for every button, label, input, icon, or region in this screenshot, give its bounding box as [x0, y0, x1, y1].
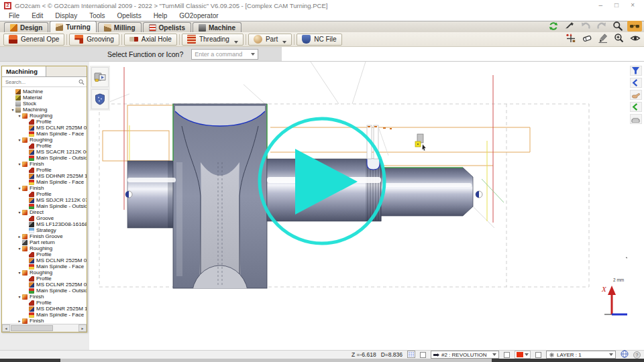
glasses-icon[interactable]: [627, 21, 642, 32]
tree-item-material[interactable]: Material: [2, 95, 87, 101]
tree-item-ms-dclnr-2525m-09-t00[interactable]: MS DCLNR 2525M 09.T00: [2, 282, 87, 288]
tree-item-ms-scacr-1212k-06-s-t0[interactable]: MS SCACR 1212K 06-S.T0: [2, 149, 87, 155]
tree-horizontal-scrollbar[interactable]: ◄ ►: [2, 324, 87, 332]
minimize-button[interactable]: –: [599, 2, 603, 9]
menu-edit[interactable]: Edit: [25, 12, 49, 19]
menu-file[interactable]: File: [3, 12, 25, 19]
command-combobox[interactable]: Enter a command: [191, 49, 258, 60]
tree-item-machine[interactable]: Machine: [2, 88, 87, 95]
redo-icon[interactable]: [595, 21, 608, 32]
tree-item-finish[interactable]: ▸Finish: [2, 318, 87, 324]
eraser-icon[interactable]: [580, 33, 594, 44]
tab-opelists[interactable]: Opelists: [143, 22, 191, 32]
expander-icon[interactable]: ▾: [17, 247, 22, 251]
hand-icon[interactable]: [630, 90, 642, 100]
expander-icon[interactable]: ▾: [17, 271, 22, 275]
collapse-blue-icon[interactable]: [630, 78, 642, 88]
tab-machining[interactable]: Machining: [2, 66, 46, 76]
tree-item-main-spindle-face[interactable]: Main Spindle - Face: [2, 312, 87, 318]
expander-icon[interactable]: ▾: [17, 186, 22, 190]
tree-item-ms-sdjcr-1212k-07-s-t0[interactable]: MS SDJCR 1212K 07-S.T0: [2, 197, 87, 203]
nc-file-button[interactable]: NC File: [297, 34, 341, 46]
revolution-checkbox[interactable]: [420, 352, 426, 358]
tab-machine[interactable]: Machine: [193, 22, 241, 32]
general-ope-button[interactable]: General Ope: [3, 34, 64, 46]
zoom-icon[interactable]: [611, 21, 625, 32]
tree-item-main-spindle-face[interactable]: Main Spindle - Face: [2, 131, 87, 137]
tree-item-finish[interactable]: ▾Finish: [2, 161, 87, 167]
scroll-left-icon[interactable]: ◄: [2, 324, 10, 332]
tree-item-roughing[interactable]: ▾Roughing: [2, 269, 87, 276]
tree-item-profile[interactable]: Profile: [2, 251, 87, 257]
expander-icon[interactable]: ▾: [17, 295, 22, 299]
tree-item-profile[interactable]: Profile: [2, 276, 87, 282]
chevron-down-icon[interactable]: [234, 41, 238, 44]
expander-icon[interactable]: ▸: [17, 319, 22, 323]
tree-search-input[interactable]: [4, 78, 78, 86]
tree-item-ms-ddhnr-2525m-15-t00[interactable]: MS DDHNR 2525M 15.T00: [2, 306, 87, 312]
expander-icon[interactable]: ▸: [17, 235, 22, 239]
menu-help[interactable]: Help: [148, 12, 174, 19]
clean-icon[interactable]: [596, 33, 610, 44]
tree-item-machining[interactable]: ▾Machining: [2, 107, 87, 113]
tab-design[interactable]: Design: [4, 22, 48, 32]
tree-item-direct[interactable]: ▾Direct: [2, 209, 87, 215]
menu-tools[interactable]: Tools: [83, 12, 111, 19]
tree-item-part-return[interactable]: Part return: [2, 239, 87, 245]
menu-go2operator[interactable]: GO2operator: [173, 12, 224, 19]
grooving-button[interactable]: Grooving: [69, 34, 119, 46]
measure-tools-icon[interactable]: [564, 33, 578, 44]
menu-display[interactable]: Display: [49, 12, 83, 19]
tree-item-main-spindle-outside[interactable]: Main Spindle - Outside: [2, 288, 87, 294]
globe-icon[interactable]: [621, 350, 629, 359]
expander-icon[interactable]: ▾: [17, 114, 22, 118]
tree-item-roughing[interactable]: ▾Roughing: [2, 245, 87, 251]
maximize-button[interactable]: □: [614, 2, 619, 9]
tray-icon[interactable]: [630, 114, 642, 124]
tree-item-roughing[interactable]: ▾Roughing: [2, 113, 87, 119]
part-button[interactable]: Part: [248, 34, 292, 46]
eye-icon[interactable]: [629, 33, 642, 44]
color-picker[interactable]: [515, 351, 531, 359]
grid-icon[interactable]: [407, 351, 415, 359]
sync-icon[interactable]: [547, 21, 560, 32]
tree-item-main-spindle-face[interactable]: Main Spindle - Face: [2, 263, 87, 269]
nc-shield-icon[interactable]: [91, 89, 109, 109]
expander-icon[interactable]: ▾: [17, 210, 22, 215]
zoom-window-icon[interactable]: [612, 33, 626, 44]
menu-opelists[interactable]: Opelists: [111, 12, 148, 19]
tree-item-main-spindle-outside[interactable]: Main Spindle - Outside: [2, 203, 87, 209]
simulation-icon[interactable]: [91, 67, 109, 87]
scroll-right-icon[interactable]: ►: [78, 324, 87, 332]
expander-icon[interactable]: ▾: [10, 108, 15, 112]
color-checkbox[interactable]: [504, 352, 510, 358]
close-button[interactable]: ×: [631, 2, 635, 9]
tree-item-roughing[interactable]: ▾Roughing: [2, 137, 87, 143]
collapse-green-icon[interactable]: [630, 102, 642, 112]
threading-button[interactable]: Threading: [182, 34, 244, 46]
tree-item-groove[interactable]: Groove: [2, 215, 87, 221]
revolution-combobox[interactable]: #2 : REVOLUTION: [431, 351, 499, 359]
scrollbar-thumb[interactable]: [11, 325, 53, 331]
tree-item-profile[interactable]: Profile: [2, 191, 87, 197]
tree-item-ms-ddhnr-2525m-15-t00[interactable]: MS DDHNR 2525M 15.T00: [2, 173, 87, 179]
tree-item-main-spindle-face[interactable]: Main Spindle - Face: [2, 179, 87, 185]
tree-item-finish[interactable]: ▾Finish: [2, 185, 87, 191]
tree-item-profile[interactable]: Profile: [2, 143, 87, 149]
tree-item-stock[interactable]: Stock: [2, 101, 87, 107]
tree-item-ms-dclnr-2525m-09-t00[interactable]: MS DCLNR 2525M 09.T00: [2, 257, 87, 263]
chevron-down-icon[interactable]: [282, 41, 286, 44]
tree-item-ms-lf123d08-16168-t01[interactable]: MS LF123D08-16168.T01: [2, 221, 87, 227]
filter-icon[interactable]: [630, 66, 642, 76]
viewport[interactable]: 2 mm X Z: [89, 62, 627, 350]
tree-item-profile[interactable]: Profile: [2, 167, 87, 173]
caliper-icon[interactable]: [563, 21, 576, 32]
tree-item-profile[interactable]: Profile: [2, 300, 87, 306]
tree-item-finish[interactable]: ▾Finish: [2, 294, 87, 300]
tree-item-ms-dclnr-2525m-09-t00[interactable]: MS DCLNR 2525M 09.T00: [2, 125, 87, 131]
undo-icon[interactable]: [579, 21, 592, 32]
part-model[interactable]: [127, 104, 504, 327]
cad-scene[interactable]: 2 mm X Z: [89, 62, 627, 350]
help-icon[interactable]: ?: [633, 351, 641, 359]
tree-item-strategy[interactable]: Strategy: [2, 227, 87, 233]
